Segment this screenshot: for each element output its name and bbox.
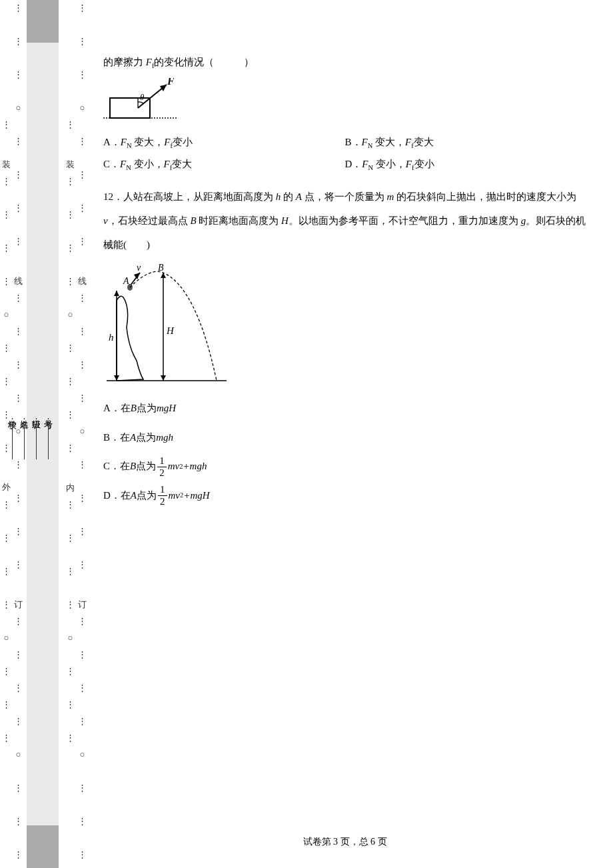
q12-diagram: h A v B H — [103, 261, 586, 387]
q12-t: 的 — [281, 191, 296, 202]
opt-label: B． — [103, 423, 120, 453]
opt-var: F — [362, 137, 368, 147]
opt-label: A． — [103, 137, 121, 147]
fraction-icon: 12 — [157, 456, 167, 478]
q11-lead-post: 的变化情况（ ） — [154, 57, 254, 67]
info-exam-no: 考号： — [42, 413, 54, 462]
svg-marker-14 — [134, 273, 140, 279]
svg-text:h: h — [109, 332, 114, 343]
q12-var: H — [281, 215, 289, 226]
svg-marker-3 — [160, 85, 167, 91]
projectile-icon: h A v B H — [103, 261, 230, 387]
q11-lead-var: F — [146, 57, 152, 67]
opt-text: 点为 — [136, 452, 156, 481]
info-school: 学校： — [6, 413, 18, 462]
svg-marker-11 — [114, 375, 119, 381]
opt-var: F — [405, 137, 411, 147]
q12-opt-b: B．在 A 点为 mgh — [103, 423, 586, 453]
opt-text: 在 — [121, 394, 131, 423]
q11-diagram: F θ — [103, 78, 586, 125]
opt-text: 在 — [121, 481, 131, 511]
opt-var: F — [362, 159, 368, 169]
opt-expr: mgh — [156, 423, 173, 453]
opt-label: C． — [103, 452, 120, 481]
info-name-label: 姓名： — [18, 413, 30, 422]
q12-opt-a: A．在 B 点为 mgH — [103, 394, 586, 423]
info-name: 姓名： — [18, 413, 30, 462]
opt-text: 变小 — [173, 137, 193, 147]
binding-strip-inner: ⋮ ⋮ ⋮ ○ ⋮ ⋮ ⋮ ⋮ 线 ⋮ ⋮ ⋮ ⋮ ○ ⋮ ⋮ ⋮ ⋮ 订 ⋮ … — [64, 0, 88, 868]
gray-block-top — [27, 0, 59, 43]
frac-num: 1 — [157, 456, 167, 467]
frac-num: 1 — [158, 485, 167, 496]
fraction-icon: 12 — [158, 485, 167, 507]
opt-var: F — [164, 137, 170, 147]
opt-text: 变小 — [414, 159, 434, 169]
q12-t: 抛出时的速度大小为 — [486, 191, 576, 202]
q12-opt-d: D．在 A 点为12mv2 + mgH — [103, 481, 586, 511]
q11-options: A．FN 变大，Ff变小 B．FN 变大，Ff变大 C．FN 变小，Ff变大 D… — [103, 131, 586, 175]
q11-lead: 的摩擦力 Ff的变化情况（ ） — [103, 50, 586, 74]
opt-text: 变大， — [132, 137, 165, 147]
opt-expr: mgH — [190, 481, 209, 511]
opt-var: F — [406, 159, 412, 169]
opt-var: A — [130, 423, 136, 453]
opt-var: F — [121, 137, 127, 147]
q12-t: ，石块经过最高点 — [108, 215, 191, 226]
opt-label: D． — [345, 159, 362, 169]
q12-t: 。以地面为参考平面， — [289, 215, 388, 226]
opt-plus: + — [183, 481, 190, 511]
student-info-strip: 考号： 班级： 姓名： 学校： — [42, 247, 54, 628]
opt-var: B — [131, 394, 137, 423]
opt-text: 变大 — [172, 159, 192, 169]
opt-var: B — [130, 452, 136, 481]
q12-t: 点，将一个质量为 — [302, 191, 387, 202]
q12-var: m — [386, 191, 394, 202]
q12-t: 时距离地面高度为 — [197, 215, 282, 226]
info-class: 班级： — [30, 413, 42, 462]
opt-label: B． — [345, 137, 362, 147]
svg-text:θ: θ — [140, 92, 145, 102]
opt-expr: mv — [168, 452, 180, 481]
opt-var: F — [120, 159, 126, 169]
opt-text: 变大， — [372, 137, 405, 147]
frac-den: 2 — [160, 496, 165, 507]
svg-marker-9 — [114, 291, 119, 296]
gray-block-bottom — [27, 825, 59, 868]
opt-var: A — [131, 481, 137, 511]
opt-text: 在 — [120, 452, 130, 481]
opt-expr: mv — [169, 481, 181, 511]
q12-t: 不计空气阻力，重力加速度为 — [388, 215, 521, 226]
opt-label: D． — [103, 481, 121, 511]
opt-sub: N — [368, 164, 374, 171]
opt-text: 点为 — [136, 423, 156, 453]
frac-den: 2 — [159, 467, 165, 478]
q11-opt-c: C．FN 变小，Ff变大 — [103, 153, 345, 175]
svg-text:v: v — [137, 263, 141, 273]
opt-sub: N — [127, 142, 132, 149]
opt-expr: mgH — [157, 394, 176, 423]
opt-var: F — [164, 159, 170, 169]
opt-text: 变小， — [131, 159, 164, 169]
q12-t: 的石块斜向上抛出， — [394, 191, 486, 202]
q11-lead-pre: 的摩擦力 — [103, 57, 146, 67]
svg-text:H: H — [166, 325, 175, 336]
opt-plus: + — [183, 452, 189, 481]
opt-label: C． — [103, 159, 120, 169]
q12-var: A — [296, 191, 302, 202]
q12-number: 12． — [103, 191, 123, 202]
q11-opt-b: B．FN 变大，Ff变大 — [345, 131, 587, 153]
svg-marker-21 — [161, 375, 166, 381]
block-force-icon: F θ — [103, 78, 183, 125]
opt-text: 在 — [120, 423, 130, 453]
opt-text: 点为 — [137, 394, 157, 423]
opt-text: 变大 — [414, 137, 434, 147]
opt-text: 变小， — [373, 159, 406, 169]
page-footer: 试卷第 3 页，总 6 页 — [103, 836, 586, 848]
svg-marker-20 — [161, 273, 166, 278]
opt-label: A． — [103, 394, 121, 423]
q12-text: 12．人站在高坡上，从距离地面高度为 h 的 A 点，将一个质量为 m 的石块斜… — [103, 185, 586, 257]
q11-opt-d: D．FN 变小，Ff变小 — [345, 153, 587, 175]
q12-opt-c: C．在 B 点为12mv2 + mgh — [103, 452, 586, 481]
q12-options: A．在 B 点为 mgH B．在 A 点为 mgh C．在 B 点为12mv2 … — [103, 394, 586, 510]
